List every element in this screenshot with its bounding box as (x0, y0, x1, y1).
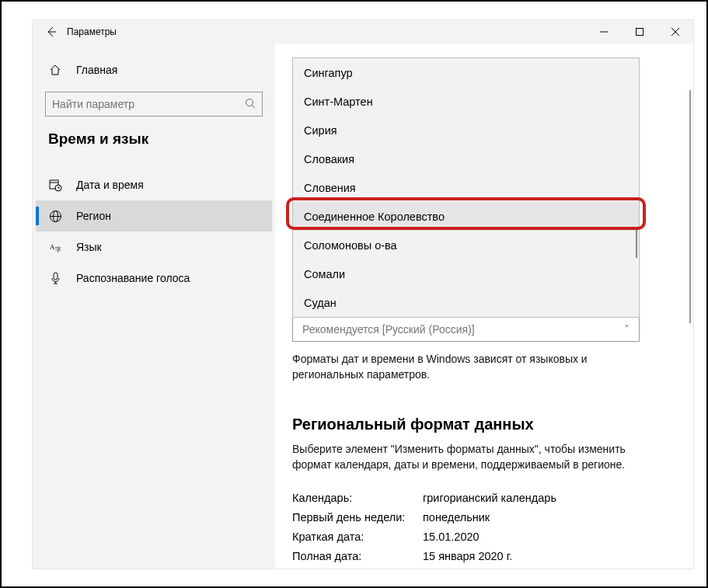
sidebar-item-label: Дата и время (76, 179, 144, 191)
region-format-combobox[interactable]: Рекомендуется [Русский (Россия)] ˅ (292, 317, 640, 342)
sidebar-home[interactable]: Главная (36, 54, 272, 85)
selection-indicator (36, 207, 39, 225)
format-description: Форматы дат и времени в Windows зависят … (292, 351, 634, 383)
window-title: Параметры (62, 26, 117, 37)
region-data-description: Выберите элемент "Изменить форматы данны… (292, 441, 634, 473)
region-data-heading: Региональный формат данных (292, 416, 676, 433)
svg-text:A: A (50, 243, 55, 251)
search-box[interactable] (45, 92, 263, 117)
dropdown-option[interactable]: Словения (293, 173, 639, 202)
dropdown-option[interactable]: Судан (293, 288, 639, 317)
kv-row: Краткая дата:15.01.2020 (292, 531, 676, 543)
dropdown-option[interactable]: Синт-Мартен (293, 87, 639, 116)
sidebar-home-label: Главная (76, 64, 117, 76)
settings-window: Параметры Главная Время и язык (33, 20, 693, 569)
svg-rect-1 (637, 29, 643, 36)
globe-icon (48, 210, 62, 223)
sidebar-section-title: Время и язык (36, 127, 272, 162)
close-button[interactable] (657, 20, 693, 43)
search-icon (245, 98, 256, 111)
back-button[interactable] (40, 26, 62, 37)
window-body: Главная Время и язык Дата и время (33, 43, 693, 569)
maximize-button[interactable] (622, 20, 657, 43)
dropdown-option-highlighted[interactable]: Соединенное Королевство (293, 202, 639, 231)
sidebar-item-label: Регион (76, 210, 111, 222)
dropdown-option[interactable]: Сомали (293, 259, 639, 288)
sidebar-item-language[interactable]: A字 Язык (36, 231, 272, 263)
svg-text:字: 字 (55, 246, 61, 253)
sidebar-item-region[interactable]: Регион (36, 200, 272, 231)
dropdown-option[interactable]: Соломоновы о-ва (293, 231, 639, 259)
sidebar-item-label: Распознавание голоса (76, 272, 190, 284)
dropdown-option[interactable]: Сирия (293, 116, 639, 144)
sidebar: Главная Время и язык Дата и время (33, 43, 275, 569)
calendar-clock-icon (48, 179, 62, 192)
country-dropdown-list[interactable]: Сингапур Синт-Мартен Сирия Словакия Слов… (292, 57, 640, 318)
language-icon: A字 (48, 241, 62, 254)
search-input[interactable] (52, 98, 245, 110)
combobox-value: Рекомендуется [Русский (Россия)] (302, 323, 475, 336)
minimize-button[interactable] (586, 20, 622, 43)
chevron-down-icon: ˅ (624, 323, 630, 336)
microphone-icon (48, 272, 62, 285)
content-pane: Сингапур Синт-Мартен Сирия Словакия Слов… (275, 43, 693, 569)
window-controls (586, 20, 693, 43)
dropdown-option[interactable]: Сингапур (293, 58, 639, 87)
kv-row: Полная дата:15 января 2020 г. (292, 550, 676, 562)
dropdown-option[interactable]: Словакия (293, 144, 639, 173)
arrow-left-icon (46, 26, 57, 37)
sidebar-item-label: Язык (76, 241, 102, 253)
sidebar-item-speech[interactable]: Распознавание голоса (36, 263, 272, 294)
svg-line-5 (253, 105, 256, 108)
svg-point-4 (246, 99, 253, 106)
kv-row: Первый день недели:понедельник (292, 511, 676, 524)
titlebar: Параметры (33, 20, 693, 43)
home-icon (48, 64, 62, 76)
sidebar-item-date-time[interactable]: Дата и время (36, 169, 272, 200)
kv-row: Календарь:григорианский календарь (292, 492, 676, 504)
content-scrollbar[interactable] (681, 43, 693, 569)
dropdown-scrollbar[interactable] (636, 227, 637, 258)
svg-rect-14 (54, 273, 58, 280)
